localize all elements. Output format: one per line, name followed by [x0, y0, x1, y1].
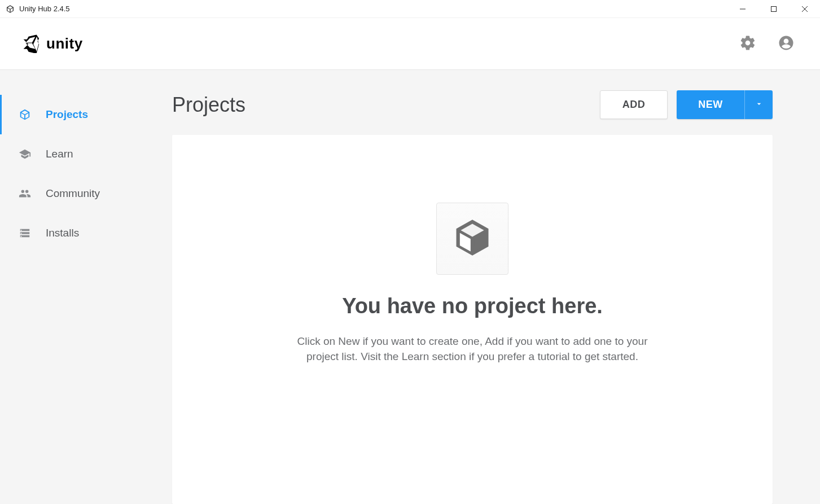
graduation-cap-icon	[19, 148, 31, 160]
window-titlebar: Unity Hub 2.4.5	[0, 0, 820, 18]
svg-rect-1	[771, 6, 776, 11]
sidebar-item-label: Projects	[46, 108, 88, 121]
storage-icon	[19, 227, 31, 239]
unity-logo-icon	[20, 33, 41, 55]
maximize-button[interactable]	[758, 0, 789, 18]
sidebar-item-label: Learn	[46, 148, 73, 160]
sidebar-item-projects[interactable]: Projects	[0, 95, 172, 134]
people-icon	[19, 187, 31, 200]
new-button-group: NEW	[677, 90, 773, 119]
empty-state-heading: You have no project here.	[342, 294, 603, 318]
sidebar-item-label: Installs	[46, 227, 79, 239]
new-dropdown-button[interactable]	[744, 90, 773, 119]
minimize-button[interactable]	[727, 0, 758, 18]
sidebar: Projects Learn Community Installs	[0, 70, 172, 504]
sidebar-item-learn[interactable]: Learn	[0, 134, 172, 174]
main-content: Projects ADD NEW	[172, 70, 820, 504]
brand-text: unity	[46, 35, 83, 52]
add-button[interactable]: ADD	[600, 90, 668, 119]
add-button-label: ADD	[622, 99, 646, 111]
gear-icon	[739, 34, 756, 54]
empty-state-description: Click on New if you want to create one, …	[292, 334, 653, 364]
page-title: Projects	[172, 93, 245, 117]
new-button[interactable]: NEW	[677, 90, 744, 119]
sidebar-item-label: Community	[46, 187, 100, 200]
cube-icon	[19, 108, 31, 121]
sidebar-item-community[interactable]: Community	[0, 174, 172, 213]
empty-state-icon-box	[436, 203, 508, 275]
app-header: unity	[0, 18, 820, 70]
close-button[interactable]	[789, 0, 820, 18]
brand-logo: unity	[20, 33, 83, 55]
cube-large-icon	[451, 216, 494, 261]
projects-empty-card: You have no project here. Click on New i…	[172, 135, 773, 504]
settings-button[interactable]	[734, 30, 761, 58]
account-circle-icon	[778, 34, 795, 54]
account-button[interactable]	[773, 30, 800, 58]
caret-down-icon	[755, 99, 764, 111]
window-title: Unity Hub 2.4.5	[19, 5, 70, 13]
sidebar-item-installs[interactable]: Installs	[0, 213, 172, 253]
main-header: Projects ADD NEW	[172, 90, 773, 119]
app-icon	[6, 5, 15, 14]
new-button-label: NEW	[698, 99, 723, 111]
